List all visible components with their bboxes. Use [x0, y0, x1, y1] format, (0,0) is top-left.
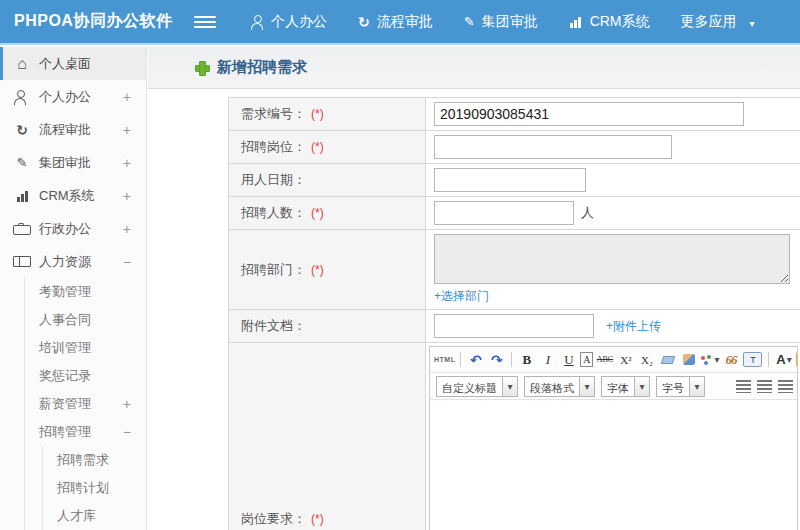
select-value: 字体 — [602, 377, 634, 396]
subscript-button[interactable]: X₂ — [637, 350, 656, 370]
process-icon — [13, 122, 31, 138]
paste-text-button[interactable]: T — [742, 350, 763, 370]
expand-toggle[interactable]: + — [123, 396, 131, 412]
redo-icon[interactable] — [487, 350, 506, 370]
headcount-input[interactable] — [434, 201, 574, 225]
table-row: 招聘人数：(*) 人 — [229, 197, 800, 230]
bold-button[interactable]: B — [517, 350, 536, 370]
table-row: 附件文档： +附件上传 — [229, 310, 800, 343]
sidebar-item-talent-pool[interactable]: 人才库 — [43, 502, 146, 530]
caret-down-icon — [689, 377, 704, 396]
sidebar-item-recruit-mgmt[interactable]: 招聘管理 − — [25, 418, 146, 446]
select-department-link[interactable]: +选择部门 — [434, 288, 489, 305]
strikethrough-button[interactable]: ABC — [595, 350, 614, 370]
nav-crm-system[interactable]: CRM系统 — [569, 13, 650, 31]
format-painter-button[interactable] — [679, 350, 698, 370]
attachment-input[interactable] — [434, 314, 594, 338]
custom-heading-select[interactable]: 自定义标题 — [436, 376, 518, 397]
font-family-select[interactable]: 字体 — [601, 376, 650, 397]
edit-icon — [464, 14, 475, 29]
sidebar-item-process-approval[interactable]: 流程审批 + — [0, 113, 146, 146]
collapse-toggle[interactable]: − — [123, 424, 131, 440]
align-left-icon[interactable] — [736, 380, 751, 393]
nav-more-apps[interactable]: 更多应用 — [681, 13, 737, 31]
recruit-department-textarea[interactable] — [434, 234, 790, 284]
paragraph-format-select[interactable]: 段落格式 — [524, 376, 595, 397]
caret-down-icon — [787, 354, 792, 365]
nav-process-approval[interactable]: 流程审批 — [358, 13, 433, 31]
attachment-upload-link[interactable]: +附件上传 — [606, 319, 661, 333]
job-requirements-editor-area[interactable] — [430, 400, 797, 530]
sidebar-item-label: 人事合同 — [39, 311, 91, 329]
sidebar-item-recruit-plan[interactable]: 招聘计划 — [43, 474, 146, 502]
expand-toggle[interactable]: + — [123, 89, 131, 105]
emoticon-color-button[interactable] — [700, 350, 719, 370]
main-content: 新增招聘需求 需求编号：(*) 招聘岗位：(*) 用人日期： 招聘人数：(*) … — [148, 47, 800, 530]
menu-toggle-icon[interactable] — [194, 11, 216, 33]
align-center-icon[interactable] — [757, 380, 772, 393]
nav-label: 个人办公 — [271, 13, 327, 31]
field-label: 附件文档： — [241, 318, 306, 333]
sidebar-hr-submenu: 考勤管理 人事合同 培训管理 奖惩记录 薪资管理 + 招聘管理 − 招聘需求 招… — [24, 278, 146, 530]
select-value: 字号 — [657, 377, 689, 396]
undo-icon[interactable] — [466, 350, 485, 370]
table-row: 岗位要求：(*) HTML B I U A ABC X² — [229, 343, 800, 530]
nav-personal-office[interactable]: 个人办公 — [250, 13, 327, 31]
sidebar-item-crm-system[interactable]: CRM系统 + — [0, 179, 146, 212]
sidebar-item-label: CRM系统 — [39, 187, 95, 205]
more-apps-caret[interactable] — [750, 14, 755, 30]
sidebar-item-attendance-mgmt[interactable]: 考勤管理 — [25, 278, 146, 306]
font-size-select[interactable]: 字号 — [656, 376, 705, 397]
required-marker: (*) — [311, 512, 324, 526]
sidebar-item-label: 招聘需求 — [57, 451, 109, 469]
expand-toggle[interactable]: + — [123, 122, 131, 138]
sidebar-item-label: 薪资管理 — [39, 395, 91, 413]
caret-down-icon — [634, 377, 649, 396]
align-right-icon[interactable] — [778, 380, 793, 393]
sidebar-item-personal-desktop[interactable]: 个人桌面 — [0, 47, 146, 80]
caret-down-icon — [750, 14, 755, 30]
char-border-button[interactable]: A — [580, 352, 593, 367]
font-color-button[interactable]: A — [774, 350, 793, 370]
eraser-button[interactable] — [658, 350, 677, 370]
alignment-buttons — [736, 380, 797, 393]
sidebar-item-human-resources[interactable]: 人力资源 − — [0, 245, 146, 278]
italic-button[interactable]: I — [538, 350, 557, 370]
background-color-button[interactable]: a — [795, 350, 797, 370]
expand-toggle[interactable]: + — [123, 188, 131, 204]
table-row: 招聘部门：(*) +选择部门 — [229, 230, 800, 310]
sidebar-item-label: 行政办公 — [39, 220, 91, 238]
caret-down-icon — [502, 377, 517, 396]
table-row: 用人日期： — [229, 164, 800, 197]
required-marker: (*) — [311, 206, 324, 220]
sidebar-item-label: 个人桌面 — [39, 55, 91, 73]
superscript-button[interactable]: X² — [616, 350, 635, 370]
eraser-icon — [661, 356, 676, 364]
recruit-position-input[interactable] — [434, 135, 672, 159]
sidebar-item-hr-contract[interactable]: 人事合同 — [25, 306, 146, 334]
blockquote-button[interactable]: 66 — [721, 350, 740, 370]
collapse-toggle[interactable]: − — [123, 254, 131, 270]
sidebar-item-admin-office[interactable]: 行政办公 + — [0, 212, 146, 245]
sidebar-item-recruit-demand[interactable]: 招聘需求 — [43, 446, 146, 474]
unit-suffix: 人 — [581, 205, 594, 220]
background-color-label: a — [796, 352, 797, 367]
expand-toggle[interactable]: + — [123, 221, 131, 237]
html-source-button[interactable]: HTML — [434, 350, 455, 370]
hire-date-input[interactable] — [434, 168, 586, 192]
expand-toggle[interactable]: + — [123, 155, 131, 171]
nav-group-approval[interactable]: 集团审批 — [464, 13, 538, 31]
sidebar-item-training-mgmt[interactable]: 培训管理 — [25, 334, 146, 362]
table-row: 招聘岗位：(*) — [229, 131, 800, 164]
rich-text-editor: HTML B I U A ABC X² X₂ — [429, 346, 798, 530]
demand-number-input[interactable] — [434, 102, 744, 126]
sidebar-item-label: 招聘计划 — [57, 479, 109, 497]
sidebar-item-label: 人才库 — [57, 507, 96, 525]
home-icon — [13, 55, 31, 73]
sidebar-item-salary-mgmt[interactable]: 薪资管理 + — [25, 390, 146, 418]
sidebar-item-group-approval[interactable]: 集团审批 + — [0, 146, 146, 179]
person-icon — [250, 15, 264, 29]
underline-button[interactable]: U — [559, 350, 578, 370]
sidebar-item-personal-office[interactable]: 个人办公 + — [0, 80, 146, 113]
sidebar-item-reward-records[interactable]: 奖惩记录 — [25, 362, 146, 390]
